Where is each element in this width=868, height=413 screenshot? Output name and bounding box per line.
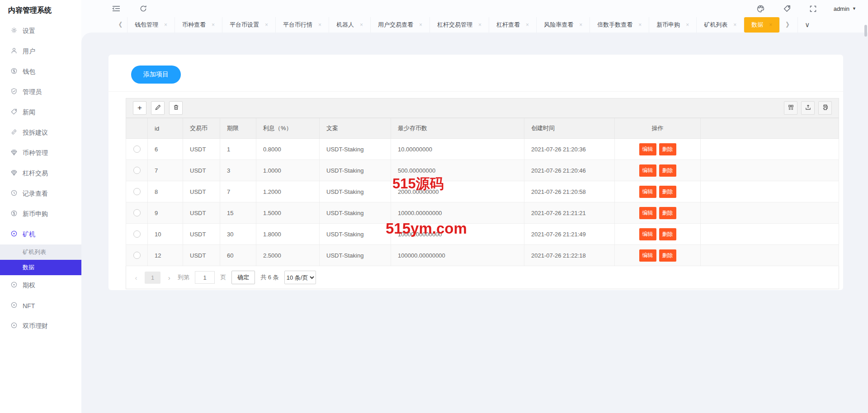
edit-button[interactable]: 编辑 — [639, 228, 656, 240]
tab-data-active[interactable]: 数据× — [744, 17, 779, 33]
app-title: 内容管理系统 — [0, 0, 81, 21]
plus-icon: + — [137, 103, 142, 113]
close-icon[interactable]: × — [164, 22, 167, 28]
delete-button[interactable]: 删除 — [659, 186, 676, 198]
edit-button[interactable]: 编辑 — [639, 143, 656, 155]
sidebar-item-margin-trade[interactable]: 杠杆交易 — [0, 163, 81, 183]
username: admin — [834, 5, 849, 12]
sidebar-item-feedback[interactable]: 投拆建议 — [0, 122, 81, 143]
tab-new-coin[interactable]: 新币申购× — [649, 17, 697, 33]
close-icon[interactable]: × — [318, 22, 321, 28]
row-select-radio[interactable] — [133, 230, 141, 238]
close-icon[interactable]: × — [733, 22, 736, 28]
sidebar: 内容管理系统 设置 用户 钱包 管理员 新闻 投拆建议 币种管理 杠杆交易 记录… — [0, 0, 81, 413]
delete-button[interactable]: 删除 — [659, 207, 676, 219]
close-icon[interactable]: × — [638, 22, 642, 28]
add-row-button[interactable]: + — [133, 101, 146, 115]
table-row: 7 USDT 3 1.0000 USDT-Staking 500.0000000… — [126, 160, 839, 181]
delete-button[interactable]: 删除 — [659, 164, 676, 177]
sidebar-submenu-miner: 矿机列表 数据 — [0, 244, 81, 275]
collapse-menu-icon[interactable] — [110, 3, 122, 14]
close-icon[interactable]: × — [579, 22, 582, 28]
edit-button[interactable]: 编辑 — [639, 186, 656, 198]
user-menu[interactable]: admin ▼ — [834, 5, 856, 12]
close-icon[interactable]: × — [526, 22, 529, 28]
edit-button[interactable]: 编辑 — [639, 164, 656, 177]
tabs-menu-button[interactable]: ∨ — [797, 17, 816, 33]
theme-palette-icon[interactable] — [755, 3, 767, 14]
delete-row-button[interactable] — [169, 101, 183, 115]
close-icon[interactable]: × — [212, 22, 215, 28]
close-icon[interactable]: × — [686, 22, 689, 28]
sidebar-item-wallet[interactable]: 钱包 — [0, 61, 81, 82]
tab-platform-coin-setting[interactable]: 平台币设置× — [222, 17, 276, 33]
sidebar-item-dual-invest[interactable]: 双币理财 — [0, 316, 81, 336]
tab-coin-view[interactable]: 币种查看× — [175, 17, 222, 33]
row-select-radio[interactable] — [133, 252, 141, 259]
sidebar-item-miner[interactable]: 矿机 — [0, 224, 81, 244]
sidebar-item-admins[interactable]: 管理员 — [0, 82, 81, 102]
sidebar-item-new-coin[interactable]: 新币申购 — [0, 204, 81, 224]
edit-row-button[interactable] — [151, 101, 165, 115]
tabs-scroll-right-button[interactable]: 》 — [779, 17, 797, 33]
columns-toggle-button[interactable] — [784, 101, 797, 115]
refresh-icon[interactable] — [137, 3, 149, 14]
tab-risk-rate-view[interactable]: 风险率查看× — [537, 17, 590, 33]
close-icon[interactable]: × — [360, 22, 363, 28]
close-icon[interactable]: × — [265, 22, 268, 28]
dollar-circle-icon — [11, 210, 17, 218]
sidebar-item-nft[interactable]: NFT — [0, 296, 81, 316]
row-select-radio[interactable] — [133, 188, 141, 195]
row-select-radio[interactable] — [133, 145, 141, 153]
confirm-page-button[interactable]: 确定 — [231, 271, 255, 284]
page-size-select[interactable]: 10 条/页 — [284, 271, 316, 284]
tab-wallet-manage[interactable]: 钱包管理× — [127, 17, 175, 33]
tab-bar: 《 钱包管理× 币种查看× 平台币设置× 平台币行情× 机器人× 用户交易查看×… — [81, 17, 868, 33]
row-select-radio[interactable] — [133, 209, 141, 216]
gem-icon — [11, 169, 17, 177]
export-button[interactable] — [801, 101, 815, 115]
col-header-interest: 利息（%） — [256, 118, 320, 139]
fullscreen-icon[interactable] — [807, 3, 819, 14]
tab-platform-coin-market[interactable]: 平台币行情× — [276, 17, 329, 33]
edit-button[interactable]: 编辑 — [639, 207, 656, 219]
tab-multiple-lots-view[interactable]: 倍数手数查看× — [590, 17, 649, 33]
sidebar-item-options[interactable]: 期权 — [0, 275, 81, 296]
edit-button[interactable]: 编辑 — [639, 249, 656, 262]
prev-page-icon[interactable]: ‹ — [133, 274, 139, 282]
delete-button[interactable]: 删除 — [659, 249, 676, 262]
topbar: admin ▼ — [81, 0, 868, 17]
tab-robot[interactable]: 机器人× — [329, 17, 371, 33]
row-select-radio[interactable] — [133, 167, 141, 174]
close-icon[interactable]: × — [478, 22, 481, 28]
current-page[interactable]: 1 — [145, 272, 160, 284]
add-item-button[interactable]: 添加项目 — [131, 66, 181, 84]
tab-user-trade-view[interactable]: 用户交易查看× — [371, 17, 430, 33]
sidebar-item-settings[interactable]: 设置 — [0, 21, 81, 41]
delete-button[interactable]: 删除 — [659, 143, 676, 155]
delete-button[interactable]: 删除 — [659, 228, 676, 240]
page-number-input[interactable] — [195, 271, 215, 284]
col-header-coin: 交易币 — [183, 118, 220, 139]
tab-miner-list[interactable]: 矿机列表× — [697, 17, 744, 33]
data-table: id 交易币 期限 利息（%） 文案 最少存币数 创建时间 操作 — [126, 118, 839, 266]
next-page-icon[interactable]: › — [166, 274, 172, 282]
gear-icon — [11, 27, 17, 35]
sidebar-item-news[interactable]: 新闻 — [0, 102, 81, 122]
sidebar-item-records[interactable]: 记录查看 — [0, 183, 81, 204]
clock-icon — [11, 190, 17, 197]
sidebar-item-users[interactable]: 用户 — [0, 41, 81, 61]
close-icon[interactable]: × — [769, 22, 772, 28]
close-icon[interactable]: × — [419, 22, 422, 28]
tag-icon[interactable] — [781, 3, 793, 14]
sidebar-item-coin-manage[interactable]: 币种管理 — [0, 143, 81, 163]
circle-dot-icon — [11, 282, 17, 289]
pencil-icon — [155, 103, 161, 113]
scrollbar-thumb[interactable] — [864, 25, 867, 37]
sidebar-subitem-data[interactable]: 数据 — [0, 260, 81, 275]
tabs-scroll-left-button[interactable]: 《 — [109, 17, 127, 33]
print-button[interactable] — [818, 101, 832, 115]
tab-margin-trade-manage[interactable]: 杠杆交易管理× — [430, 17, 489, 33]
sidebar-subitem-miner-list[interactable]: 矿机列表 — [0, 244, 81, 260]
tab-margin-view[interactable]: 杠杆查看× — [489, 17, 537, 33]
